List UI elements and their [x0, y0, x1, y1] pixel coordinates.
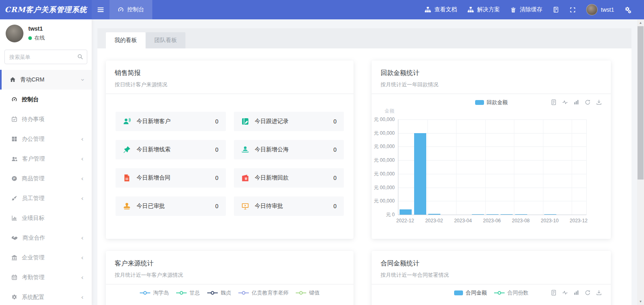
- legend-payment-amount[interactable]: 回款金额: [475, 99, 508, 106]
- card-subtitle: 按日统计客户来源情况: [115, 81, 345, 88]
- chevron-left-icon: ‹: [81, 136, 84, 142]
- scrollbar-thumb[interactable]: [638, 26, 644, 180]
- sidebar-toggle-button[interactable]: [92, 0, 109, 19]
- clear-cache-button[interactable]: 清除缓存: [505, 0, 547, 19]
- wallet-yen-icon: ¥: [241, 174, 249, 182]
- stat-new-contracts[interactable]: 今日新增合同 0: [116, 168, 226, 188]
- card-header: 销售简报 按日统计客户来源情况: [106, 61, 354, 94]
- payment-bar-plot[interactable]: [398, 119, 587, 215]
- sidebar-item-cooperation[interactable]: 商业合作 ‹: [0, 228, 92, 248]
- sidebar-item-product[interactable]: P 商品管理 ‹: [0, 169, 92, 188]
- data-view-icon[interactable]: [551, 290, 557, 296]
- product-icon: P: [11, 175, 17, 182]
- line-chart-icon[interactable]: [562, 290, 568, 296]
- legend-weizhen[interactable]: 魏贞: [207, 289, 231, 297]
- stat-pending-approval[interactable]: 今日待审批 0: [234, 196, 344, 216]
- download-icon[interactable]: [596, 99, 602, 105]
- sidebar-item-todo[interactable]: 待办事项: [0, 109, 92, 129]
- handshake-icon: [11, 235, 18, 241]
- legend-ganzong[interactable]: 甘总: [176, 289, 200, 297]
- settings-gears-button[interactable]: [619, 0, 637, 19]
- legend-contract-amount[interactable]: 合同金额: [454, 289, 487, 297]
- app-logo: CRM客户关系管理系统: [0, 0, 92, 19]
- payment-stats-card: 回款金额统计 按月统计近一年回款情况 回款金额: [372, 61, 611, 239]
- user-plus-icon: [123, 117, 131, 125]
- stat-new-leads[interactable]: 今日新增线索 0: [116, 140, 226, 159]
- sidebar-user-status: 在线: [28, 34, 45, 42]
- tab-my-board[interactable]: 我的看板: [106, 32, 145, 48]
- stat-new-customers[interactable]: 今日新增客户 0: [116, 112, 226, 131]
- sidebar-username: twst1: [28, 25, 45, 32]
- bar-chart-icon[interactable]: [573, 290, 579, 296]
- sidebar-item-qingdong-crm[interactable]: 青动CRM ‹: [0, 70, 92, 90]
- bar-chart-icon[interactable]: [573, 99, 579, 105]
- sidebar-avatar[interactable]: [6, 25, 23, 42]
- header-nav-console-label: 控制台: [127, 6, 144, 13]
- page-scrollbar: ▲ ▼: [637, 19, 644, 305]
- sidebar-item-system[interactable]: 系统配置 ‹: [0, 287, 92, 305]
- solutions-link[interactable]: 解决方案: [462, 0, 505, 19]
- fullscreen-button[interactable]: [564, 0, 581, 19]
- view-docs-link[interactable]: 查看文档: [419, 0, 462, 19]
- gear-icon: [11, 294, 17, 300]
- line-chart-icon[interactable]: [562, 99, 568, 105]
- legend-bar-marker: [454, 290, 463, 295]
- book-icon: [553, 6, 559, 13]
- menu-search-input[interactable]: [4, 50, 87, 64]
- sidebar-item-attendance[interactable]: 考勤管理 ‹: [0, 267, 92, 287]
- card-subtitle: 按月统计近一年合同签署情况: [381, 272, 602, 279]
- data-view-icon[interactable]: [551, 99, 557, 105]
- svg-text:¥: ¥: [245, 177, 247, 181]
- sidebar-user-card: twst1 在线: [0, 19, 92, 46]
- card-header: 客户来源统计 按月统计近一年客户来源情况: [106, 251, 354, 284]
- legend-jianzhi[interactable]: 键值: [296, 289, 320, 297]
- stat-follow-records[interactable]: 今日跟进记录 0: [234, 112, 344, 131]
- pushpin-icon: [123, 146, 131, 154]
- scroll-down-arrow[interactable]: ▼: [637, 298, 644, 305]
- hamburger-icon: [97, 6, 104, 13]
- trash-icon: [510, 7, 516, 13]
- sidebar-item-office[interactable]: 办公管理 ‹: [0, 129, 92, 149]
- sitemap-icon: [425, 6, 431, 13]
- chevron-left-icon: ‹: [81, 294, 84, 301]
- gears-icon: [625, 6, 631, 13]
- sitemap-icon: [467, 6, 474, 13]
- main-area: 我的看板 团队看板 销售简报 按日统计客户来源情况 今日新增客户 0: [92, 19, 637, 305]
- sidebar-item-performance[interactable]: 业绩目标: [0, 208, 92, 228]
- legend-yigui-education[interactable]: 亿贵教育李老师: [238, 289, 288, 297]
- legend-contract-count[interactable]: 合同份数: [494, 289, 528, 297]
- presentation-icon: [241, 202, 249, 210]
- payment-chart: 回款金额 金额 00,000 元00,000 元00,000 元00,000 元…: [372, 94, 611, 238]
- legend-taoxuedao[interactable]: 淘学岛: [140, 289, 169, 297]
- stat-approved[interactable]: 今日已审批 0: [116, 196, 226, 216]
- stat-new-public-sea[interactable]: 今日新增公海 0: [234, 140, 344, 159]
- users-wave-icon: [241, 146, 249, 154]
- sidebar-item-console[interactable]: 控制台: [0, 90, 92, 109]
- customer-source-card: 客户来源统计 按月统计近一年客户来源情况 淘学岛 甘总: [106, 251, 354, 305]
- sidebar-item-customer[interactable]: 客户管理 ‹: [0, 149, 92, 169]
- scroll-up-arrow[interactable]: ▲: [637, 19, 644, 26]
- sidebar-menu: 青动CRM ‹ 控制台 待办事项 办公管理 ‹ 客户管理 ‹ P 商品管理 ‹: [0, 70, 92, 305]
- view-docs-label: 查看文档: [434, 6, 457, 13]
- dashboard-icon: [11, 96, 17, 102]
- search-icon[interactable]: [77, 54, 83, 60]
- legend-line-marker: [140, 291, 150, 295]
- download-icon[interactable]: [596, 290, 602, 296]
- refresh-icon[interactable]: [585, 99, 591, 105]
- docs-book-button[interactable]: [547, 0, 564, 19]
- header-nav-console[interactable]: 控制台: [109, 0, 152, 19]
- contract-file-icon: [123, 174, 131, 182]
- chevron-left-icon: ‹: [81, 255, 84, 261]
- user-menu[interactable]: twst1: [581, 0, 619, 19]
- tab-team-board[interactable]: 团队看板: [146, 32, 185, 48]
- sidebar: twst1 在线 青动CRM ‹ 控制台 待办事项 办公管理 ‹: [0, 19, 92, 305]
- refresh-icon[interactable]: [585, 290, 591, 296]
- sidebar-item-enterprise[interactable]: 企业管理 ‹: [0, 248, 92, 267]
- y-axis-labels: 00,000 元00,000 元00,000 元00,000 元00,000 元…: [374, 119, 395, 221]
- svg-text:P: P: [13, 177, 16, 180]
- board-tabs: 我的看板 团队看板: [97, 28, 631, 48]
- file-edit-icon: [241, 117, 249, 125]
- stat-new-payments[interactable]: ¥ 今日新增回款 0: [234, 168, 344, 188]
- sidebar-item-employee[interactable]: 员工管理 ‹: [0, 188, 92, 208]
- y-axis-name: 金额: [385, 108, 394, 115]
